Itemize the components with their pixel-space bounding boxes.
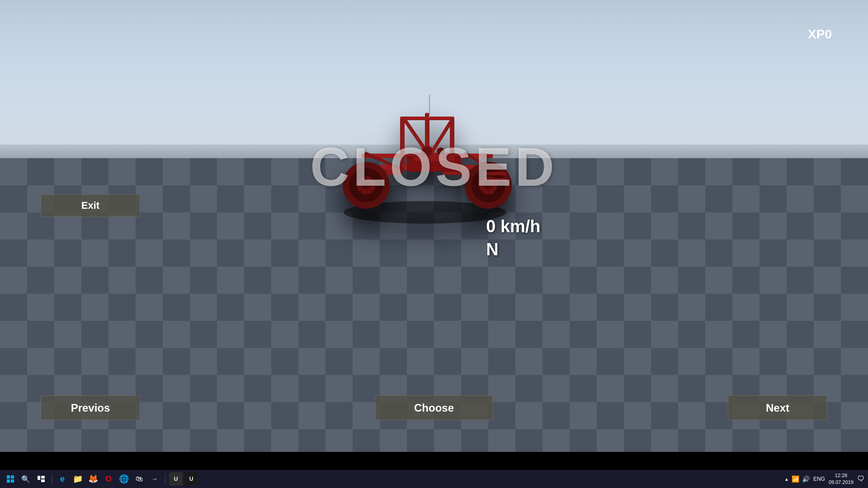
tray-arrow[interactable]: ▲ [784, 477, 789, 482]
taskbar: 🔍 e 📁 🦊 O 🌐 🛍 → U U ▲ 📶 [0, 470, 868, 488]
choose-button[interactable]: Choose [375, 395, 493, 420]
svg-rect-10 [400, 117, 454, 120]
time-display: 12:28 [829, 472, 854, 479]
notification-icon[interactable]: 🗨 [857, 475, 864, 483]
taskbar-separator-1 [52, 474, 52, 484]
speed-value: 0 km/h [486, 217, 540, 236]
svg-rect-41 [11, 479, 14, 483]
date-display: 09.07.2019 [829, 479, 854, 486]
previos-button[interactable]: Previos [41, 395, 140, 420]
svg-rect-42 [38, 476, 40, 480]
search-icon[interactable]: 🔍 [19, 472, 33, 486]
store-icon[interactable]: 🛍 [132, 472, 146, 486]
volume-icon: 🔊 [802, 475, 810, 483]
unreal-icon-2[interactable]: U [184, 472, 198, 486]
unreal-icon-1[interactable]: U [169, 472, 183, 486]
svg-rect-38 [7, 475, 10, 479]
opera-icon[interactable]: O [102, 472, 115, 486]
gear-value: N [486, 240, 540, 259]
network-icon: 📶 [792, 475, 799, 483]
clock[interactable]: 12:28 09.07.2019 [829, 472, 854, 486]
taskbar-right: ▲ 📶 🔊 ENG 12:28 09.07.2019 🗨 [784, 472, 864, 486]
chrome-icon[interactable]: 🌐 [117, 472, 131, 486]
bottom-nav: Previos Choose Next [0, 395, 868, 420]
svg-rect-43 [41, 476, 45, 479]
xp-indicator: XP0 [808, 27, 832, 42]
taskbar-separator-2 [165, 474, 165, 484]
firefox-icon[interactable]: 🦊 [86, 472, 100, 486]
exit-button[interactable]: Exit [41, 194, 140, 217]
taskbar-arrow[interactable]: → [148, 472, 161, 486]
closed-label: CLOSED [310, 136, 558, 198]
start-button[interactable] [4, 472, 17, 486]
game-viewport: XP0 [0, 0, 868, 452]
system-tray: ▲ 📶 🔊 [784, 475, 810, 483]
file-explorer-icon[interactable]: 📁 [71, 472, 85, 486]
task-view-icon[interactable] [34, 472, 48, 486]
hud-display: 0 km/h N [486, 217, 540, 259]
svg-rect-44 [41, 479, 45, 482]
language-indicator[interactable]: ENG [813, 476, 825, 482]
svg-rect-40 [7, 479, 10, 483]
next-button[interactable]: Next [728, 395, 827, 420]
svg-rect-39 [11, 475, 14, 479]
edge-icon[interactable]: e [56, 472, 69, 486]
taskbar-left: 🔍 e 📁 🦊 O 🌐 🛍 → U U [4, 472, 198, 486]
